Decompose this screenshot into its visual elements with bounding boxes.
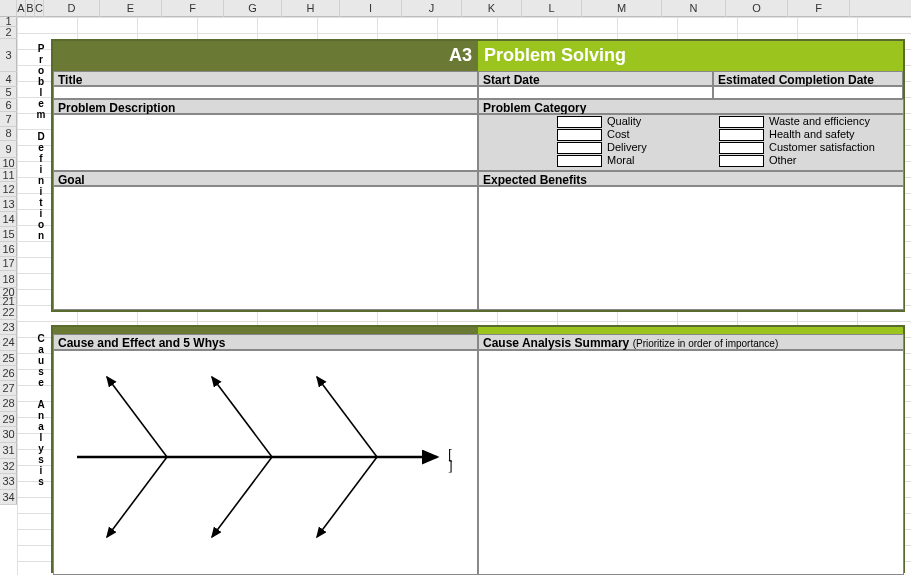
row-9[interactable]: 9: [0, 141, 17, 158]
category-box-customer[interactable]: [719, 142, 764, 154]
fishbone-head-bracket: [ ]: [448, 449, 453, 471]
cause-summary-input[interactable]: [478, 350, 904, 575]
svg-line-1: [107, 377, 167, 457]
col-H[interactable]: H: [282, 0, 340, 17]
row-11[interactable]: 11: [0, 169, 17, 182]
title-left: A3: [53, 41, 478, 71]
col-F[interactable]: F: [162, 0, 224, 17]
row-8[interactable]: 8: [0, 127, 17, 141]
problem-description-header: Problem Description: [53, 99, 478, 114]
category-box-delivery[interactable]: [557, 142, 602, 154]
expected-benefits-input[interactable]: [478, 186, 904, 310]
row-24[interactable]: 24: [0, 335, 17, 351]
title-right: Problem Solving: [478, 41, 903, 71]
row-12[interactable]: 12: [0, 182, 17, 197]
row-7[interactable]: 7: [0, 112, 17, 127]
row-26[interactable]: 26: [0, 366, 17, 381]
vertical-label-problem-definition: Problem Definition: [35, 43, 47, 241]
col-L[interactable]: L: [522, 0, 582, 17]
col-O[interactable]: O: [726, 0, 788, 17]
row-28[interactable]: 28: [0, 396, 17, 412]
vertical-label-cause-analysis: Cause Analysis: [35, 333, 47, 487]
problem-category-header: Problem Category: [478, 99, 904, 114]
col-A[interactable]: A: [17, 0, 26, 17]
row-15[interactable]: 15: [0, 227, 17, 242]
row-14[interactable]: 14: [0, 212, 17, 227]
cause-summary-header: Cause Analysis Summary (Prioritize in or…: [478, 334, 904, 350]
svg-line-5: [212, 457, 272, 537]
title-header: Title: [53, 71, 478, 86]
category-label-customer: Customer satisfaction: [769, 141, 875, 154]
category-label-waste: Waste and efficiency: [769, 115, 870, 128]
problem-description-input[interactable]: [53, 114, 478, 171]
col-J[interactable]: J: [402, 0, 462, 17]
row-10[interactable]: 10: [0, 158, 17, 169]
panel2-strip-left: [53, 327, 478, 334]
category-box-quality[interactable]: [557, 116, 602, 128]
row-6[interactable]: 6: [0, 99, 17, 112]
category-label-delivery: Delivery: [607, 141, 647, 154]
row-headers: 1234567891011121314151617182021222324252…: [0, 17, 17, 505]
row-2[interactable]: 2: [0, 27, 17, 39]
col-E[interactable]: E: [100, 0, 162, 17]
row-27[interactable]: 27: [0, 381, 17, 396]
col-N[interactable]: N: [662, 0, 726, 17]
panel2-strip-right: [478, 327, 903, 334]
category-label-quality: Quality: [607, 115, 641, 128]
cause-effect-header: Cause and Effect and 5 Whys: [53, 334, 478, 350]
fishbone-diagram: [67, 357, 457, 557]
ecd-header: Estimated Completion Date: [713, 71, 903, 86]
col-I[interactable]: I: [340, 0, 402, 17]
row-29[interactable]: 29: [0, 412, 17, 427]
spreadsheet-grid[interactable]: Problem Definition Cause Analysis A3 Pro…: [17, 17, 911, 575]
expected-benefits-header: Expected Benefits: [478, 171, 904, 186]
row-21[interactable]: 21: [0, 298, 17, 305]
svg-line-4: [107, 457, 167, 537]
category-box-moral[interactable]: [557, 155, 602, 167]
category-box-cost[interactable]: [557, 129, 602, 141]
category-label-cost: Cost: [607, 128, 630, 141]
col-D[interactable]: D: [44, 0, 100, 17]
row-16[interactable]: 16: [0, 242, 17, 257]
col-K[interactable]: K: [462, 0, 522, 17]
ecd-input[interactable]: [713, 86, 903, 99]
panel-problem-definition: A3 Problem Solving Title Start Date Esti…: [51, 39, 905, 312]
row-32[interactable]: 32: [0, 459, 17, 474]
row-34[interactable]: 34: [0, 490, 17, 505]
category-label-moral: Moral: [607, 154, 635, 167]
problem-category-area: Quality Cost Delivery Moral Waste and ef…: [478, 114, 904, 171]
cause-summary-note: (Prioritize in order of importance): [633, 338, 779, 349]
svg-line-2: [212, 377, 272, 457]
row-13[interactable]: 13: [0, 197, 17, 212]
cause-summary-label: Cause Analysis Summary: [483, 336, 629, 350]
col-M[interactable]: M: [582, 0, 662, 17]
col-F[interactable]: F: [788, 0, 850, 17]
svg-line-6: [317, 457, 377, 537]
row-25[interactable]: 25: [0, 351, 17, 366]
title-bar: A3 Problem Solving: [53, 41, 903, 71]
title-input[interactable]: [53, 86, 478, 99]
row-30[interactable]: 30: [0, 427, 17, 443]
column-headers: ABCDEFGHIJKLMNOF: [0, 0, 911, 17]
svg-line-3: [317, 377, 377, 457]
row-33[interactable]: 33: [0, 474, 17, 490]
start-date-input[interactable]: [478, 86, 713, 99]
category-label-other: Other: [769, 154, 797, 167]
start-date-header: Start Date: [478, 71, 713, 86]
row-31[interactable]: 31: [0, 443, 17, 459]
goal-header: Goal: [53, 171, 478, 186]
row-3[interactable]: 3: [0, 39, 17, 72]
row-4[interactable]: 4: [0, 72, 17, 87]
col-C[interactable]: C: [35, 0, 44, 17]
category-box-waste[interactable]: [719, 116, 764, 128]
col-G[interactable]: G: [224, 0, 282, 17]
col-B[interactable]: B: [26, 0, 35, 17]
row-17[interactable]: 17: [0, 257, 17, 271]
category-box-other[interactable]: [719, 155, 764, 167]
goal-input[interactable]: [53, 186, 478, 310]
row-23[interactable]: 23: [0, 320, 17, 335]
row-5[interactable]: 5: [0, 87, 17, 99]
category-label-health: Health and safety: [769, 128, 855, 141]
row-22[interactable]: 22: [0, 305, 17, 320]
category-box-health[interactable]: [719, 129, 764, 141]
